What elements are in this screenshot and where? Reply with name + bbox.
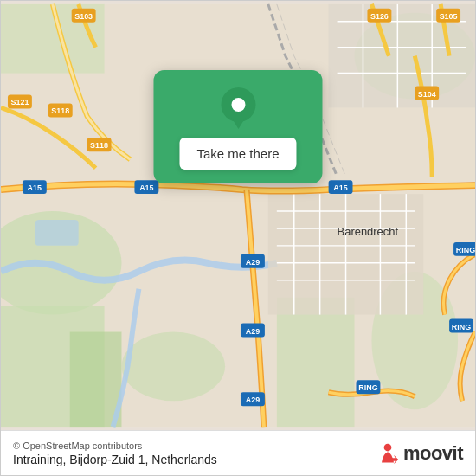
svg-rect-3 (70, 332, 122, 428)
svg-point-62 (231, 98, 245, 112)
moovit-label: moovit (403, 442, 463, 465)
svg-text:RING: RING (456, 246, 475, 254)
take-me-there-button[interactable]: Take me there (179, 138, 296, 170)
svg-text:S104: S104 (418, 90, 436, 99)
svg-text:A29: A29 (246, 258, 260, 267)
location-label: Intraining, Bijdorp-Zuid 1, Netherlands (13, 453, 217, 466)
svg-text:S118: S118 (51, 106, 69, 115)
moovit-logo: moovit (376, 441, 463, 466)
svg-text:S103: S103 (74, 12, 93, 21)
svg-text:A15: A15 (139, 183, 153, 192)
svg-text:A15: A15 (28, 183, 42, 192)
svg-text:S126: S126 (370, 12, 389, 21)
svg-rect-5 (277, 298, 355, 427)
svg-text:RING: RING (358, 383, 377, 392)
bottom-bar: © OpenStreetMap contributors Intraining,… (1, 430, 475, 475)
svg-marker-63 (229, 115, 247, 129)
svg-rect-9 (35, 220, 79, 246)
svg-text:Barendrecht: Barendrecht (338, 225, 399, 238)
app: A15 A15 A15 S118 S118 S103 S121 A29 (0, 0, 476, 476)
map-area: A15 A15 A15 S118 S118 S103 S121 A29 (1, 1, 475, 430)
svg-text:S105: S105 (440, 12, 458, 21)
map-pin-icon (217, 87, 259, 129)
svg-text:A29: A29 (246, 396, 260, 404)
svg-text:A15: A15 (333, 183, 347, 192)
svg-text:S121: S121 (10, 98, 29, 106)
svg-text:S118: S118 (90, 141, 108, 150)
osm-credit: © OpenStreetMap contributors (13, 441, 217, 451)
svg-text:A29: A29 (246, 327, 260, 336)
svg-text:RING: RING (452, 323, 471, 331)
map-background: A15 A15 A15 S118 S118 S103 S121 A29 (1, 1, 475, 430)
svg-point-4 (121, 332, 225, 402)
moovit-brand-icon (376, 441, 400, 466)
bottom-left-info: © OpenStreetMap contributors Intraining,… (13, 441, 217, 466)
svg-point-64 (384, 443, 392, 451)
location-popup: Take me there (153, 70, 322, 183)
